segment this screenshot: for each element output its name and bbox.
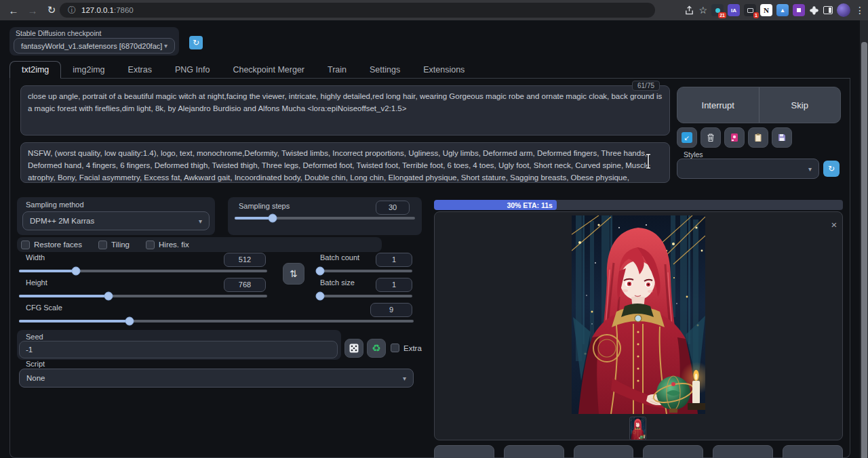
extension-pin-icon[interactable]: 21 [711, 4, 724, 16]
batch-count-value[interactable]: 1 [376, 253, 412, 267]
site-info-icon[interactable]: ⓘ [68, 5, 76, 16]
back-icon[interactable]: ← [4, 5, 23, 16]
share-icon[interactable] [684, 5, 694, 16]
output-action-button[interactable] [574, 445, 634, 458]
url-port: :7860 [114, 6, 134, 14]
checkpoint-block: Stable Diffusion checkpoint fantasyWorld… [9, 27, 179, 56]
height-slider[interactable] [19, 295, 267, 297]
slider-handle[interactable] [72, 267, 81, 276]
progress-bar: 30% ETA: 11s [434, 200, 843, 210]
batch-size-value[interactable]: 1 [376, 278, 412, 292]
tab-settings[interactable]: Settings [358, 62, 412, 78]
seed-input[interactable] [19, 341, 338, 358]
cfg-scale-value[interactable]: 9 [370, 303, 412, 317]
styles-label: Styles [684, 150, 703, 159]
extension-photos-icon[interactable]: ▴ [776, 4, 789, 16]
browser-actions: ☆ 21 IA 1 N ▴ ⋮ [684, 0, 865, 20]
extension-onenote-icon[interactable] [793, 4, 805, 16]
gallery-thumbnail[interactable] [630, 417, 646, 440]
output-action-button[interactable] [434, 445, 494, 458]
forward-icon[interactable]: → [23, 5, 42, 16]
prompt-input[interactable]: close up angle, portrait of a beautiful … [20, 85, 670, 136]
generated-image[interactable] [572, 215, 705, 414]
floppy-icon [777, 133, 787, 142]
hires-fix-option[interactable]: Hires. fix [146, 241, 189, 249]
slider-handle[interactable] [125, 317, 134, 326]
bookmark-star-icon[interactable]: ☆ [698, 5, 707, 16]
paste-params-button[interactable]: ↙ [677, 127, 697, 148]
sampling-steps-value[interactable]: 30 [376, 201, 410, 215]
slider-handle[interactable] [315, 292, 324, 301]
chevron-down-icon: ▾ [199, 217, 202, 225]
output-action-button[interactable] [713, 445, 773, 458]
tiling-option[interactable]: Tiling [98, 241, 130, 249]
tiling-checkbox[interactable] [98, 241, 107, 249]
clear-prompt-button[interactable] [701, 127, 721, 148]
random-seed-button[interactable] [344, 339, 363, 358]
refresh-icon: ↻ [828, 164, 835, 173]
tab-checkpoint-merger[interactable]: Checkpoint Merger [221, 62, 316, 78]
checkpoint-dropdown[interactable]: fantasyWorld_v1.safetensors [6870d20fac]… [14, 38, 175, 54]
negative-prompt-input[interactable]: NSFW, (worst quality, low quality:1.4), … [20, 142, 670, 183]
browser-profile-avatar[interactable] [837, 3, 850, 17]
extension-badge: 1 [753, 12, 759, 18]
extensions-puzzle-icon[interactable] [809, 5, 819, 16]
height-value[interactable]: 768 [224, 278, 266, 292]
apply-styles-button[interactable] [748, 127, 768, 148]
cfg-scale-slider[interactable] [19, 320, 414, 322]
slider-handle[interactable] [315, 267, 324, 276]
progress-fill: 30% ETA: 11s [434, 200, 557, 210]
checkpoint-refresh-button[interactable]: ↻ [189, 36, 203, 49]
restore-faces-option[interactable]: Restore faces [21, 241, 82, 249]
width-value[interactable]: 512 [224, 253, 266, 267]
progress-text: 30% ETA: 11s [507, 201, 553, 209]
reload-icon[interactable]: ↻ [42, 4, 61, 16]
extension-screenshot-icon[interactable]: 1 [744, 4, 756, 16]
interrupt-button[interactable]: Interrupt [677, 87, 760, 123]
refresh-icon: ↻ [193, 38, 199, 47]
sampling-method-dropdown[interactable]: DPM++ 2M Karras ▾ [22, 211, 210, 230]
tab-extras[interactable]: Extras [117, 62, 163, 78]
page-scrollbar[interactable] [860, 20, 868, 458]
chevron-down-icon: ▾ [808, 165, 812, 173]
side-panel-icon[interactable] [823, 6, 833, 14]
styles-refresh-button[interactable]: ↻ [823, 161, 840, 177]
url-host: 127.0.0.1 [81, 6, 114, 14]
dice-icon [349, 343, 359, 354]
slider-handle[interactable] [268, 214, 277, 223]
batch-size-slider[interactable] [316, 295, 412, 297]
tab-train[interactable]: Train [316, 62, 358, 78]
sampling-steps-slider[interactable] [235, 217, 415, 220]
save-style-button[interactable] [772, 127, 792, 148]
seed-extra-checkbox[interactable] [391, 344, 399, 352]
restore-faces-checkbox[interactable] [21, 241, 30, 249]
script-dropdown[interactable]: None ▾ [19, 369, 414, 388]
tab-extensions[interactable]: Extensions [412, 62, 476, 78]
slider-handle[interactable] [104, 292, 113, 301]
width-slider[interactable] [19, 270, 267, 272]
scrollbar-thumb[interactable] [861, 42, 867, 458]
extension-ia-icon[interactable]: IA [728, 4, 740, 16]
restore-faces-label: Restore faces [34, 241, 82, 249]
hires-fix-checkbox[interactable] [146, 241, 155, 249]
url-bar[interactable]: ⓘ 127.0.0.1:7860 [60, 3, 655, 18]
browser-menu-icon[interactable]: ⋮ [854, 5, 865, 16]
gallery-close-icon[interactable]: × [829, 220, 840, 230]
tab-png-info[interactable]: PNG Info [163, 62, 221, 78]
tab-img2img[interactable]: img2img [61, 62, 116, 78]
swap-dimensions-button[interactable]: ⇅ [283, 263, 304, 285]
batch-count-slider[interactable] [316, 270, 412, 272]
output-action-button[interactable] [504, 445, 564, 458]
extension-notion-icon[interactable]: N [760, 4, 772, 16]
prompt-tool-row: ↙ [677, 127, 792, 148]
script-value: None [26, 374, 45, 382]
width-block: Width 512 [17, 251, 270, 274]
extra-networks-button[interactable] [724, 127, 745, 148]
output-action-button[interactable] [783, 445, 843, 458]
output-action-button[interactable] [643, 445, 703, 458]
seed-extra-option[interactable]: Extra [391, 344, 422, 352]
tab-txt2img[interactable]: txt2img [9, 61, 61, 79]
reuse-seed-button[interactable]: ♻ [367, 339, 386, 358]
styles-dropdown[interactable]: ▾ [677, 159, 819, 179]
skip-button[interactable]: Skip [760, 87, 841, 123]
